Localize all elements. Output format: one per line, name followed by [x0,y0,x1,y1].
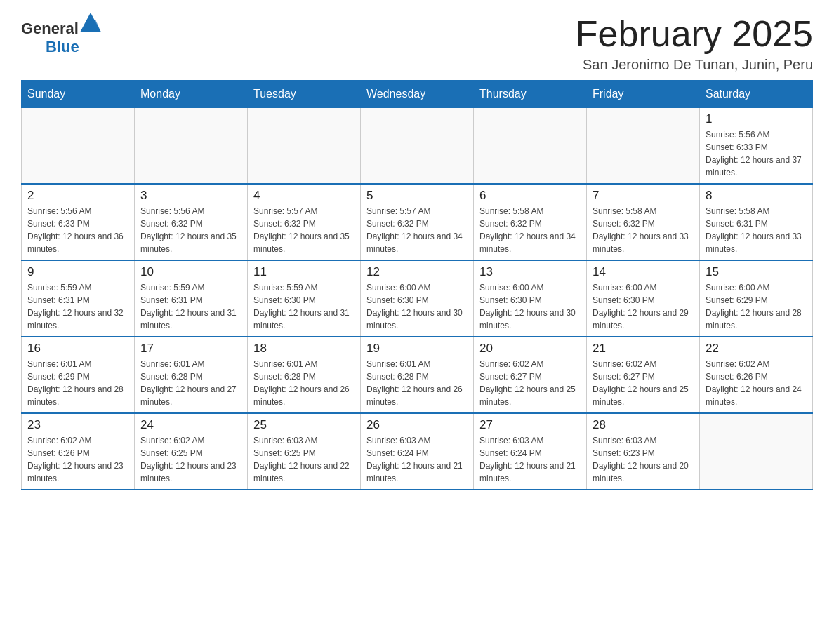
day-info: Sunrise: 6:01 AM Sunset: 6:28 PM Dayligh… [140,358,241,408]
day-number: 2 [27,189,128,203]
calendar-cell: 6Sunrise: 5:58 AM Sunset: 6:32 PM Daylig… [474,184,587,260]
day-number: 20 [479,342,581,356]
calendar-cell: 12Sunrise: 6:00 AM Sunset: 6:30 PM Dayli… [361,260,474,337]
day-number: 9 [27,265,128,279]
day-number: 17 [140,342,241,356]
day-number: 12 [366,265,468,279]
calendar-cell: 3Sunrise: 5:56 AM Sunset: 6:32 PM Daylig… [135,184,248,260]
day-info: Sunrise: 6:02 AM Sunset: 6:26 PM Dayligh… [706,358,807,408]
calendar-header-row: Sunday Monday Tuesday Wednesday Thursday… [22,81,813,108]
day-number: 16 [27,342,128,356]
col-friday: Friday [587,81,700,108]
day-info: Sunrise: 6:03 AM Sunset: 6:25 PM Dayligh… [253,434,355,485]
day-number: 14 [593,265,694,279]
calendar-cell: 7Sunrise: 5:58 AM Sunset: 6:32 PM Daylig… [587,184,700,260]
day-info: Sunrise: 6:03 AM Sunset: 6:24 PM Dayligh… [366,434,468,485]
day-info: Sunrise: 6:01 AM Sunset: 6:29 PM Dayligh… [27,358,128,408]
logo-text: GeneralBlue [21,14,102,56]
calendar-cell [22,108,135,185]
day-number: 25 [253,418,355,432]
day-info: Sunrise: 6:02 AM Sunset: 6:26 PM Dayligh… [27,434,128,485]
day-info: Sunrise: 5:58 AM Sunset: 6:32 PM Dayligh… [593,205,694,255]
col-wednesday: Wednesday [361,81,474,108]
day-info: Sunrise: 6:03 AM Sunset: 6:24 PM Dayligh… [479,434,581,485]
calendar-cell: 14Sunrise: 6:00 AM Sunset: 6:30 PM Dayli… [587,260,700,337]
day-number: 4 [253,189,355,203]
day-number: 23 [27,418,128,432]
day-number: 5 [366,189,468,203]
calendar-cell: 20Sunrise: 6:02 AM Sunset: 6:27 PM Dayli… [474,337,587,413]
logo-icon [80,13,101,32]
calendar-week-row: 2Sunrise: 5:56 AM Sunset: 6:33 PM Daylig… [22,184,813,260]
day-number: 26 [366,418,468,432]
day-info: Sunrise: 5:57 AM Sunset: 6:32 PM Dayligh… [253,205,355,255]
calendar-cell [700,413,813,490]
calendar-cell: 4Sunrise: 5:57 AM Sunset: 6:32 PM Daylig… [248,184,361,260]
logo: GeneralBlue [21,14,102,56]
day-number: 19 [366,342,468,356]
day-info: Sunrise: 6:02 AM Sunset: 6:27 PM Dayligh… [479,358,581,408]
calendar-cell: 28Sunrise: 6:03 AM Sunset: 6:23 PM Dayli… [587,413,700,490]
day-info: Sunrise: 6:01 AM Sunset: 6:28 PM Dayligh… [366,358,468,408]
title-section: February 2025 San Jeronimo De Tunan, Jun… [576,14,813,73]
day-info: Sunrise: 6:03 AM Sunset: 6:23 PM Dayligh… [593,434,694,485]
day-info: Sunrise: 5:58 AM Sunset: 6:32 PM Dayligh… [479,205,581,255]
calendar-cell: 22Sunrise: 6:02 AM Sunset: 6:26 PM Dayli… [700,337,813,413]
calendar-cell: 11Sunrise: 5:59 AM Sunset: 6:30 PM Dayli… [248,260,361,337]
day-info: Sunrise: 5:57 AM Sunset: 6:32 PM Dayligh… [366,205,468,255]
day-info: Sunrise: 5:59 AM Sunset: 6:30 PM Dayligh… [253,281,355,332]
day-info: Sunrise: 6:02 AM Sunset: 6:25 PM Dayligh… [140,434,241,485]
logo-blue-text: Blue [46,38,79,55]
day-info: Sunrise: 5:59 AM Sunset: 6:31 PM Dayligh… [140,281,241,332]
day-info: Sunrise: 6:00 AM Sunset: 6:30 PM Dayligh… [366,281,468,332]
calendar-cell: 27Sunrise: 6:03 AM Sunset: 6:24 PM Dayli… [474,413,587,490]
col-thursday: Thursday [474,81,587,108]
day-info: Sunrise: 5:56 AM Sunset: 6:32 PM Dayligh… [140,205,241,255]
day-number: 27 [479,418,581,432]
day-number: 15 [706,265,807,279]
calendar-cell: 16Sunrise: 6:01 AM Sunset: 6:29 PM Dayli… [22,337,135,413]
calendar-cell [361,108,474,185]
calendar-cell [474,108,587,185]
calendar-cell: 15Sunrise: 6:00 AM Sunset: 6:29 PM Dayli… [700,260,813,337]
calendar-cell: 1Sunrise: 5:56 AM Sunset: 6:33 PM Daylig… [700,108,813,185]
calendar-cell: 26Sunrise: 6:03 AM Sunset: 6:24 PM Dayli… [361,413,474,490]
calendar-cell: 21Sunrise: 6:02 AM Sunset: 6:27 PM Dayli… [587,337,700,413]
calendar-cell: 2Sunrise: 5:56 AM Sunset: 6:33 PM Daylig… [22,184,135,260]
calendar-cell: 5Sunrise: 5:57 AM Sunset: 6:32 PM Daylig… [361,184,474,260]
calendar-cell [135,108,248,185]
day-number: 28 [593,418,694,432]
calendar-title: February 2025 [576,14,813,54]
day-info: Sunrise: 6:00 AM Sunset: 6:30 PM Dayligh… [593,281,694,332]
col-sunday: Sunday [22,81,135,108]
calendar-week-row: 9Sunrise: 5:59 AM Sunset: 6:31 PM Daylig… [22,260,813,337]
col-tuesday: Tuesday [248,81,361,108]
day-number: 11 [253,265,355,279]
day-number: 10 [140,265,241,279]
day-info: Sunrise: 5:56 AM Sunset: 6:33 PM Dayligh… [27,205,128,255]
calendar-cell: 24Sunrise: 6:02 AM Sunset: 6:25 PM Dayli… [135,413,248,490]
calendar-week-row: 1Sunrise: 5:56 AM Sunset: 6:33 PM Daylig… [22,108,813,185]
day-info: Sunrise: 5:59 AM Sunset: 6:31 PM Dayligh… [27,281,128,332]
calendar-cell: 10Sunrise: 5:59 AM Sunset: 6:31 PM Dayli… [135,260,248,337]
calendar-cell: 23Sunrise: 6:02 AM Sunset: 6:26 PM Dayli… [22,413,135,490]
day-number: 1 [706,112,807,126]
day-number: 3 [140,189,241,203]
day-number: 13 [479,265,581,279]
day-info: Sunrise: 5:56 AM Sunset: 6:33 PM Dayligh… [706,128,807,179]
day-info: Sunrise: 6:02 AM Sunset: 6:27 PM Dayligh… [593,358,694,408]
calendar-subtitle: San Jeronimo De Tunan, Junin, Peru [576,57,813,73]
day-number: 24 [140,418,241,432]
page-header: GeneralBlue February 2025 San Jeronimo D… [21,14,813,73]
calendar-cell: 17Sunrise: 6:01 AM Sunset: 6:28 PM Dayli… [135,337,248,413]
calendar-table: Sunday Monday Tuesday Wednesday Thursday… [21,80,813,490]
day-info: Sunrise: 6:01 AM Sunset: 6:28 PM Dayligh… [253,358,355,408]
calendar-body: 1Sunrise: 5:56 AM Sunset: 6:33 PM Daylig… [22,108,813,490]
col-saturday: Saturday [700,81,813,108]
day-info: Sunrise: 6:00 AM Sunset: 6:30 PM Dayligh… [479,281,581,332]
calendar-cell [248,108,361,185]
calendar-cell: 25Sunrise: 6:03 AM Sunset: 6:25 PM Dayli… [248,413,361,490]
day-number: 22 [706,342,807,356]
col-monday: Monday [135,81,248,108]
calendar-cell: 8Sunrise: 5:58 AM Sunset: 6:31 PM Daylig… [700,184,813,260]
